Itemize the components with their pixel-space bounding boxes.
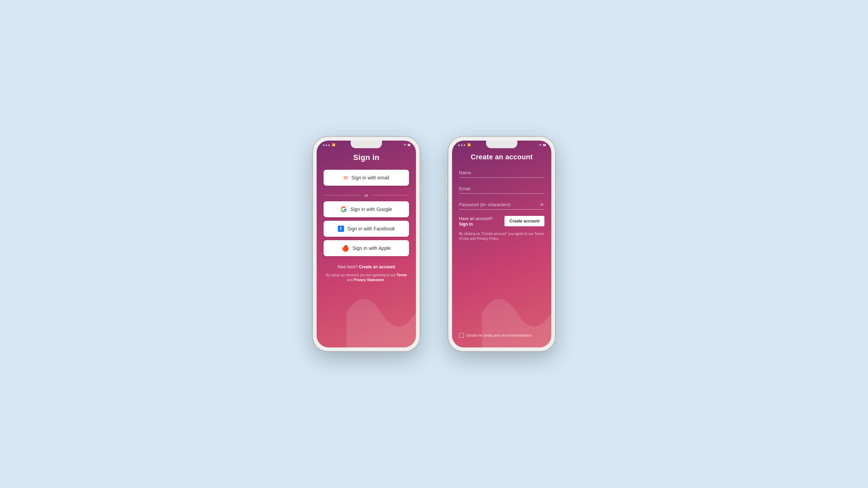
or-line-left (324, 195, 361, 195)
battery-icon-2: ▮▮ (543, 143, 546, 146)
password-input[interactable] (459, 200, 544, 210)
or-text: or (364, 193, 368, 198)
status-left-icons: ▲▲▲ 📶 (322, 143, 335, 146)
terms-suffix: . (385, 278, 386, 282)
volume-up-btn (311, 171, 312, 183)
create-account-title: Create an account (459, 153, 544, 161)
google-icon (341, 206, 347, 212)
phone-create-account: ▲▲▲ 📶 2:17 ✉ ▮▮ Create an account 👁 (448, 136, 556, 352)
volume-down-btn (311, 187, 312, 199)
signin-content: Sign in ✉ Sign in with email or (317, 141, 416, 347)
signin-email-label: Sign in with email (351, 175, 389, 180)
create-account-content: Create an account 👁 Have an account? Sig… (452, 141, 551, 347)
name-input[interactable] (459, 168, 544, 178)
mail-icon-2: ✉ (539, 143, 542, 146)
signal-icon: ▲▲▲ (322, 143, 331, 146)
signin-google-button[interactable]: Sign in with Google (324, 201, 409, 217)
status-right-icons-2: ✉ ▮▮ (539, 143, 546, 146)
email-icon: ✉ (343, 175, 348, 181)
privacy-link[interactable]: Privacy Statement (354, 278, 384, 282)
phone-notch-2 (486, 141, 517, 148)
power-btn (420, 178, 422, 197)
terms-middle: and (347, 278, 353, 282)
battery-icon: ▮▮ (408, 143, 410, 146)
email-deals-label: Email me deals and recommendations (467, 333, 532, 337)
password-wrapper: 👁 (459, 200, 544, 210)
signin-facebook-label: Sign in with Facebook (348, 226, 395, 232)
sign-in-link[interactable]: Sign in (459, 222, 493, 227)
phone-notch (351, 141, 382, 148)
email-deals-row: Email me deals and recommendations (459, 333, 544, 338)
signin-google-label: Sign in with Google (350, 207, 392, 212)
facebook-icon: f (338, 226, 344, 232)
create-account-screen: ▲▲▲ 📶 2:17 ✉ ▮▮ Create an account 👁 (452, 141, 551, 347)
signin-apple-button[interactable]: 🍎 Sign in with Apple (324, 240, 409, 256)
terms-prefix: By using our services you are agreeing t… (326, 273, 395, 277)
status-right-icons: ✉ ▮▮ (404, 143, 410, 146)
volume-up-btn-2 (446, 171, 448, 183)
phone-signin: ▲▲▲ 📶 12:16 ✉ ▮▮ Sign in ✉ Sign in with … (312, 136, 420, 352)
signin-title: Sign in (324, 153, 409, 162)
wifi-icon: 📶 (332, 143, 335, 146)
have-account-text: Have an account? (459, 216, 493, 222)
status-left-icons-2: ▲▲▲ 📶 (458, 143, 471, 146)
create-account-button[interactable]: Create account (504, 216, 544, 226)
terms-link[interactable]: Terms (397, 273, 407, 277)
create-account-link[interactable]: Create an account (359, 264, 395, 269)
signin-screen: ▲▲▲ 📶 12:16 ✉ ▮▮ Sign in ✉ Sign in with … (317, 141, 416, 347)
toggle-password-icon[interactable]: 👁 (540, 202, 544, 208)
or-divider: or (324, 193, 409, 198)
apple-icon: 🍎 (342, 245, 349, 252)
wifi-icon-2: 📶 (467, 143, 471, 146)
new-here-row: New here? Create an account (324, 264, 409, 269)
mail-icon: ✉ (404, 143, 406, 146)
terms-row: By using our services you are agreeing t… (324, 273, 409, 283)
new-here-prefix: New here? (337, 264, 358, 269)
agreement-text: By clicking on "Create account" you agre… (459, 232, 544, 241)
email-input[interactable] (459, 184, 544, 194)
signal-icon-2: ▲▲▲ (458, 143, 466, 146)
or-line-right (372, 195, 409, 195)
signin-apple-label: Sign in with Apple (352, 245, 391, 251)
have-account-row: Have an account? Sign in Create account (459, 216, 544, 227)
email-deals-checkbox[interactable] (459, 333, 464, 338)
volume-down-btn-2 (446, 187, 448, 199)
have-account-text-block: Have an account? Sign in (459, 216, 493, 227)
signin-facebook-button[interactable]: f Sign in with Facebook (324, 221, 409, 237)
signin-email-button[interactable]: ✉ Sign in with email (324, 170, 409, 186)
power-btn-2 (556, 178, 557, 197)
